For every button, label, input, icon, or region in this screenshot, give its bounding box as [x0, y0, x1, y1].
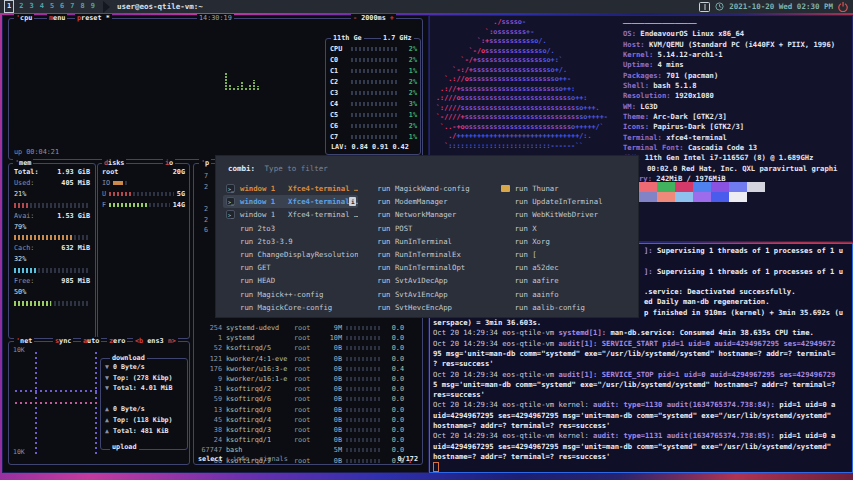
terminal-icon: >_ — [226, 197, 235, 206]
power-button-icon[interactable] — [838, 2, 848, 12]
rofi-entry[interactable]: run POST — [360, 222, 495, 235]
rofi-entry[interactable]: run Xorg — [498, 235, 633, 248]
neofetch-info-line: Terminal: xfce4-terminal — [623, 133, 849, 143]
systray-terminal-icon[interactable] — [699, 2, 710, 12]
workspace-5[interactable]: 5 — [50, 1, 54, 12]
process-row[interactable]: 24ksoftirqd/1root0B0.0 — [196, 435, 418, 445]
neofetch-info: ─────────────────OS: EndeavourOS Linux x… — [623, 19, 849, 185]
process-row[interactable]: 52ksoftirqd/5root0B0.0 — [196, 343, 418, 353]
process-row[interactable]: 31ksoftirqd/2root0B0.0 — [196, 384, 418, 394]
taskbar-clock[interactable]: 2021-10-20 Wed 02:30 PM — [729, 2, 833, 11]
workspace-7[interactable]: 7 — [70, 1, 74, 12]
signals-button[interactable]: signals — [259, 455, 288, 463]
io-toggle[interactable]: io — [163, 159, 175, 168]
process-row[interactable]: 121kworker/4:1-everoot0B0.0 — [196, 354, 418, 364]
process-row[interactable]: 38ksoftirqd/3root0B0.0 — [196, 425, 418, 435]
process-row[interactable]: 45ksoftirqd/4root0B0.0 — [196, 415, 418, 425]
rofi-entry[interactable]: run 2to3 — [223, 222, 358, 235]
process-row[interactable]: 67747bash5M0.0 — [196, 445, 418, 455]
rofi-entry[interactable]: run GET — [223, 261, 358, 274]
process-row[interactable]: 13ksoftirqd/0root0B0.0 — [196, 405, 418, 415]
palette-swatch — [657, 192, 675, 202]
preset-button[interactable]: preset * — [75, 14, 112, 23]
disks-box-title[interactable]: disks — [102, 159, 126, 168]
journal-line: Oct 20 14:29:34 eos-qtile-vm audit[1]: S… — [433, 339, 847, 349]
workspace-4[interactable]: 4 — [40, 1, 44, 12]
process-row[interactable]: 59ksoftirqd/6root0B0.0 — [196, 394, 418, 404]
cpu-model-label: 11th Ge — [331, 34, 364, 43]
rofi-entry[interactable]: run ChangeDisplayResolution — [223, 248, 358, 261]
rofi-entry[interactable]: run UpdateInTerminal — [498, 195, 633, 208]
net-zero-toggle[interactable]: zero — [107, 337, 127, 346]
select-button[interactable]: select — [198, 455, 223, 463]
rofi-entry[interactable]: >_window 1Xfce4-terminal …i — [223, 195, 358, 208]
process-row[interactable]: 1systemdroot10M0.0 — [196, 333, 418, 343]
cpu-core-row: C62% — [330, 120, 417, 131]
net-sync-toggle[interactable]: sync — [53, 337, 73, 346]
rofi-entry[interactable]: >_window 1Xfce4-terminal … — [223, 182, 358, 195]
rofi-entry[interactable]: run Thunar — [498, 182, 633, 195]
rofi-entry[interactable]: run RunInTerminal — [360, 235, 495, 248]
rofi-entry[interactable]: run HEAD — [223, 274, 358, 287]
workspace-2[interactable]: 2 — [19, 1, 23, 12]
process-row[interactable]: 9kworker/u16:1-eroot0B0.0 — [196, 374, 418, 384]
taskbar: 123456789 user@eos-qtile-vm:~ 2021-10-20… — [0, 0, 853, 13]
workspace-8[interactable]: 8 — [81, 1, 85, 12]
disk-free-meter — [109, 203, 170, 207]
rofi-entry[interactable]: run SvtHevcEncApp — [360, 301, 495, 314]
btop-mem-box: Total:1.93 GiBUsed:405 MiB21%Avai:1.53 G… — [8, 163, 96, 339]
rofi-entry[interactable]: run RunInTerminalEx — [360, 248, 495, 261]
disk-free-row: F14G — [98, 200, 189, 211]
rofi-entry[interactable]: run a52dec — [498, 261, 633, 274]
process-row[interactable]: 254systemd-udevdroot9M0.0 — [196, 323, 418, 333]
journal-line — [433, 462, 847, 472]
neofetch-info-line: Icons: Papirus-Dark [GTK2/3] — [623, 122, 849, 132]
rofi-entry[interactable]: run SvtAv1EncApp — [360, 288, 495, 301]
terminal-palette-row2 — [639, 192, 747, 202]
proc-box-title[interactable]: 'p — [199, 159, 211, 168]
rofi-entry[interactable]: >_window 1Xfce4-terminal … — [223, 208, 358, 221]
rofi-entry[interactable]: run WebKitWebDriver — [498, 208, 633, 221]
terminal-icon: >_ — [226, 184, 235, 193]
net-box-title[interactable]: 'net — [14, 337, 34, 346]
rofi-entry[interactable]: run [ — [498, 248, 633, 261]
endeavouros-logo-ascii: ./sssso- `:osssssss+- `:+ssssssssssso/. … — [436, 18, 608, 151]
disk-io-row: IO — [98, 178, 189, 189]
select-arrow-icon: ↓ — [226, 455, 230, 463]
menu-button[interactable]: menu — [47, 14, 67, 23]
rofi-entry[interactable]: run MagickCore-config — [223, 301, 358, 314]
palette-swatch — [657, 182, 675, 192]
rofi-input[interactable]: combi: Type to filter — [216, 156, 638, 175]
cpu-box-title[interactable]: 'cpu — [14, 14, 34, 23]
rofi-grid: >_window 1Xfce4-terminal …>_window 1Xfce… — [223, 182, 633, 314]
info-button[interactable]: info — [233, 455, 249, 463]
rofi-entry[interactable]: run 2to3-3.9 — [223, 235, 358, 248]
neofetch-info-line: ───────────────── — [623, 19, 849, 29]
clock-icon — [715, 2, 724, 11]
rofi-entry[interactable]: run NetworkManager — [360, 208, 495, 221]
workspace-6[interactable]: 6 — [60, 1, 64, 12]
rofi-entry[interactable]: run MagickWand-config — [360, 182, 495, 195]
process-row[interactable]: 176kworker/u16:3-eroot0B0.4 — [196, 364, 418, 374]
palette-swatch — [639, 192, 657, 202]
rofi-entry[interactable]: run aalib-config — [498, 301, 633, 314]
rofi-entry[interactable]: run aainfo — [498, 288, 633, 301]
net-interface-switcher[interactable]: <b ens3 n> — [133, 337, 178, 346]
rofi-entry[interactable]: run RunInTerminalOpt — [360, 261, 495, 274]
upload-label: upload — [110, 443, 139, 452]
workspace-9[interactable]: 9 — [91, 1, 95, 12]
net-auto-toggle[interactable]: auto — [81, 337, 101, 346]
rofi-entry[interactable]: run X — [498, 222, 633, 235]
rofi-entry[interactable]: run SvtAv1DecApp — [360, 274, 495, 287]
rofi-entry[interactable]: run ModemManager — [360, 195, 495, 208]
rofi-entry[interactable]: run Magick++-config — [223, 288, 358, 301]
refresh-interval-control[interactable]: - 2000ms + — [351, 14, 396, 23]
proc-pid-sliver: 72 226 — [196, 172, 208, 237]
taskbar-window-title[interactable]: user@eos-qtile-vm:~ — [117, 2, 203, 11]
workspace-3[interactable]: 3 — [29, 1, 33, 12]
neofetch-info-line: Packages: 701 (pacman) — [623, 71, 849, 81]
mem-box-title[interactable]: 'mem — [13, 159, 33, 168]
rofi-entry[interactable]: run aafire — [498, 274, 633, 287]
workspace-1[interactable]: 1 — [4, 0, 14, 13]
journal-line: 95 msg='unit=man-db comm="systemd" exe="… — [433, 349, 847, 359]
